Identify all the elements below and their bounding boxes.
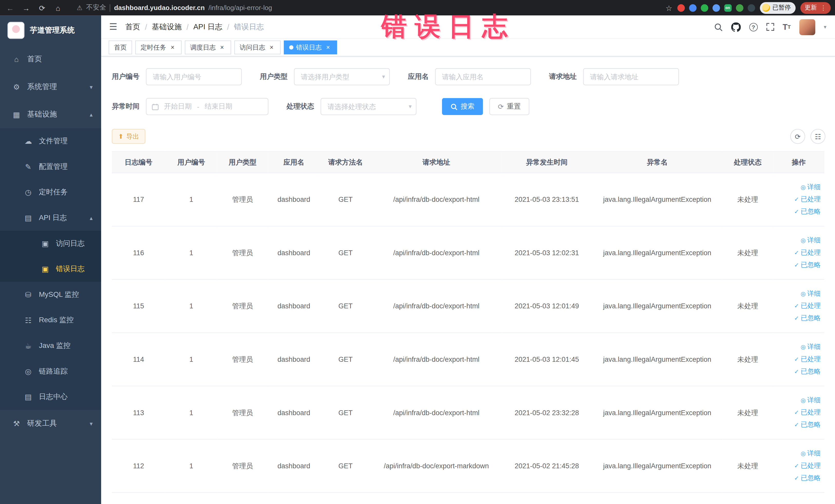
address-bar[interactable]: ⚠ 不安全 dashboard.yudao.iocoder.cn/infra/l… bbox=[77, 3, 272, 12]
cell-user-type: 管理员 bbox=[217, 439, 268, 493]
sidebar-item-infrastructure[interactable]: ▦基础设施▴ bbox=[0, 101, 101, 128]
cell-status: 未处理 bbox=[722, 226, 773, 280]
sidebar-item-dev-tools[interactable]: ⚒研发工具▾ bbox=[0, 410, 101, 438]
sidebar-item-file-mgmt[interactable]: ☁文件管理 bbox=[0, 128, 101, 154]
font-size-icon[interactable]: TT bbox=[782, 22, 791, 31]
extension-green-circle[interactable] bbox=[700, 4, 708, 12]
request-url-field: 请求地址 bbox=[549, 68, 679, 85]
column-header: 请求方法名 bbox=[320, 152, 371, 173]
detail-link[interactable]: ◎详细 bbox=[801, 396, 821, 405]
user-id-field: 用户编号 bbox=[112, 68, 242, 85]
cell-id: 117 bbox=[112, 173, 165, 226]
action-label: 已忽略 bbox=[801, 314, 821, 323]
breadcrumb-item[interactable]: API 日志 bbox=[193, 22, 222, 32]
cell-method: GET bbox=[320, 173, 371, 226]
cell-time: 2021-05-03 12:01:49 bbox=[502, 279, 592, 333]
close-icon[interactable]: × bbox=[219, 44, 226, 51]
ignored-link[interactable]: ✓已忽略 bbox=[794, 367, 821, 376]
ignored-link[interactable]: ✓已忽略 bbox=[794, 474, 821, 483]
user-type-select-input[interactable] bbox=[294, 68, 390, 85]
sidebar-item-api-log[interactable]: ▤API 日志▴ bbox=[0, 205, 101, 231]
processed-link[interactable]: ✓已处理 bbox=[794, 195, 821, 204]
home-icon[interactable]: ⌂ bbox=[51, 1, 65, 14]
search-button[interactable]: 搜索 bbox=[442, 98, 483, 115]
extension-on-badge[interactable]: on bbox=[724, 4, 731, 12]
column-settings-button[interactable]: ☷ bbox=[811, 129, 826, 144]
date-range-picker[interactable]: 开始日期 - 结束日期 bbox=[146, 98, 268, 115]
reset-button[interactable]: ⟳ 重置 bbox=[489, 98, 529, 115]
update-button[interactable]: 更新 ⋮ bbox=[800, 2, 831, 14]
reload-icon[interactable]: ⟳ bbox=[35, 1, 49, 14]
user-type-field: 用户类型 ▾ bbox=[260, 68, 390, 85]
tab-home[interactable]: 首页 bbox=[108, 41, 132, 55]
sidebar-item-mysql-monitor[interactable]: ⛁MySQL 监控 bbox=[0, 282, 101, 308]
sidebar-item-error-log[interactable]: ▣错误日志 bbox=[0, 256, 101, 282]
processed-link[interactable]: ✓已处理 bbox=[794, 248, 821, 257]
row-actions: ◎详细✓已处理✓已忽略 bbox=[776, 396, 822, 429]
sidebar-item-log-center[interactable]: ▤日志中心 bbox=[0, 384, 101, 410]
process-status-select[interactable]: ▾ bbox=[321, 98, 416, 115]
processed-link[interactable]: ✓已处理 bbox=[794, 408, 821, 417]
screen: ← → ⟳ ⌂ ⚠ 不安全 dashboard.yudao.iocoder.cn… bbox=[0, 0, 835, 504]
github-icon[interactable] bbox=[731, 22, 740, 32]
back-icon[interactable]: ← bbox=[3, 1, 17, 14]
detail-link[interactable]: ◎详细 bbox=[801, 236, 821, 245]
breadcrumb-item[interactable]: 首页 bbox=[125, 22, 140, 32]
ignored-link[interactable]: ✓已忽略 bbox=[794, 420, 821, 429]
tab-error-log[interactable]: 错误日志× bbox=[284, 41, 337, 55]
sidebar-item-redis-monitor[interactable]: ☷Redis 监控 bbox=[0, 307, 101, 333]
processed-link[interactable]: ✓已处理 bbox=[794, 355, 821, 364]
close-icon[interactable]: × bbox=[268, 44, 276, 51]
sidebar-item-home[interactable]: ⌂首页 bbox=[0, 45, 101, 73]
ignored-link[interactable]: ✓已忽略 bbox=[794, 207, 821, 216]
tab-access-log[interactable]: 访问日志× bbox=[235, 41, 281, 55]
sidebar: 芋道管理系统 ⌂首页⚙系统管理▾▦基础设施▴☁文件管理✎配置管理◷定时任务▤AP… bbox=[0, 15, 101, 504]
extension-leaf[interactable] bbox=[736, 4, 743, 12]
user-avatar[interactable] bbox=[799, 19, 815, 35]
request-url-input[interactable] bbox=[583, 68, 679, 85]
extension-red[interactable] bbox=[677, 4, 685, 12]
avatar-caret-icon[interactable]: ▾ bbox=[824, 24, 826, 30]
processed-link[interactable]: ✓已处理 bbox=[794, 461, 821, 470]
sidebar-item-link-trace[interactable]: ◎链路追踪 bbox=[0, 359, 101, 384]
sidebar-toggle-icon[interactable]: ☰ bbox=[101, 21, 125, 33]
tab-scheduled-task[interactable]: 定时任务× bbox=[135, 41, 182, 55]
sidebar-item-java-monitor[interactable]: ☕Java 监控 bbox=[0, 333, 101, 359]
app-name-input[interactable] bbox=[435, 68, 531, 85]
profile-chip[interactable]: 已暂停 bbox=[759, 2, 795, 14]
ignored-link[interactable]: ✓已忽略 bbox=[794, 314, 821, 323]
extension-grid[interactable] bbox=[712, 4, 720, 12]
close-icon[interactable]: × bbox=[169, 44, 176, 51]
help-icon[interactable]: ? bbox=[749, 23, 757, 31]
forward-icon[interactable]: → bbox=[19, 1, 33, 14]
user-id-input[interactable] bbox=[146, 68, 242, 85]
action-label: 已忽略 bbox=[801, 261, 821, 269]
check-icon: ✓ bbox=[794, 208, 799, 215]
detail-link[interactable]: ◎详细 bbox=[801, 183, 821, 192]
detail-link[interactable]: ◎详细 bbox=[801, 449, 821, 458]
refresh-button[interactable]: ⟳ bbox=[790, 129, 805, 144]
address-divider bbox=[110, 4, 110, 12]
sidebar-item-system-mgmt[interactable]: ⚙系统管理▾ bbox=[0, 73, 101, 101]
extension-blue[interactable] bbox=[689, 4, 696, 12]
browser-menu-icon[interactable]: ⋮ bbox=[820, 4, 827, 12]
sidebar-item-access-log[interactable]: ▣访问日志 bbox=[0, 231, 101, 257]
export-button[interactable]: ⬆ 导出 bbox=[112, 129, 145, 144]
user-type-select[interactable]: ▾ bbox=[294, 68, 390, 85]
process-status-select-input[interactable] bbox=[321, 98, 416, 115]
ignored-link[interactable]: ✓已忽略 bbox=[794, 261, 821, 269]
sidebar-item-config-mgmt[interactable]: ✎配置管理 bbox=[0, 154, 101, 180]
processed-link[interactable]: ✓已处理 bbox=[794, 302, 821, 311]
search-icon[interactable] bbox=[714, 23, 722, 31]
app-logo: 芋道管理系统 bbox=[0, 15, 101, 45]
tab-schedule-log[interactable]: 调度日志× bbox=[185, 41, 231, 55]
detail-link[interactable]: ◎详细 bbox=[801, 289, 821, 298]
bookmark-star-icon[interactable]: ☆ bbox=[666, 3, 672, 12]
detail-link[interactable]: ◎详细 bbox=[801, 343, 821, 351]
breadcrumb-item[interactable]: 基础设施 bbox=[152, 22, 182, 32]
fullscreen-icon[interactable] bbox=[766, 23, 774, 31]
close-icon[interactable]: × bbox=[324, 44, 332, 51]
extension-dark[interactable] bbox=[748, 4, 755, 12]
sidebar-item-scheduled-task[interactable]: ◷定时任务 bbox=[0, 180, 101, 205]
reset-icon: ⟳ bbox=[498, 102, 504, 110]
